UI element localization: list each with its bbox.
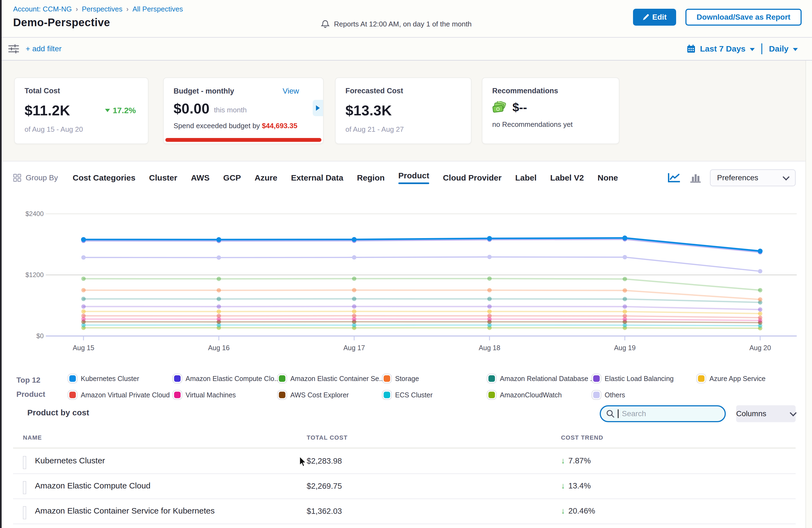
breadcrumb-link-all-perspectives[interactable]: All Perspectives	[132, 5, 183, 13]
group-by-label-wrap: Group By	[13, 174, 58, 182]
tab-aws[interactable]: AWS	[191, 173, 209, 182]
range-divider	[761, 43, 762, 54]
legend-item-azure-app-service[interactable]: Azure App Service	[696, 372, 801, 385]
legend-item-elastic-load-balancing[interactable]: Elastic Load Balancing	[592, 372, 696, 385]
edit-button[interactable]: Edit	[633, 9, 676, 26]
column-header-total-cost[interactable]: TOTAL COST	[307, 434, 348, 441]
arrow-down-icon: ↓	[561, 481, 565, 490]
legend-item-amazoncloudwatch[interactable]: AmazonCloudWatch	[487, 388, 592, 401]
legend-item-label: Amazon Virtual Private Cloud	[81, 391, 170, 399]
filter-bar: + add filter Last 7 Days Daily	[0, 38, 812, 61]
line-chart-icon[interactable]	[667, 172, 681, 183]
tab-gcp[interactable]: GCP	[223, 173, 241, 182]
total-cost-value: $11.2K	[25, 102, 70, 119]
row-product-name: Amazon Elastic Compute Cloud	[35, 481, 150, 490]
legend-item-amazon-elastic-compute-clo[interactable]: Amazon Elastic Compute Clo...	[172, 372, 277, 385]
legend-item-label: AWS Cost Explorer	[290, 391, 349, 399]
breadcrumb-link-account-ccm-ng[interactable]: Account: CCM-NG	[13, 5, 72, 13]
legend-item-ecs-cluster[interactable]: ECS Cluster	[382, 388, 487, 401]
chart-legend: Top 12 Product Kubernetes ClusterAmazon …	[16, 372, 801, 401]
budget-expand-button[interactable]	[313, 100, 323, 116]
tab-cost-categories[interactable]: Cost Categories	[73, 173, 135, 182]
chevron-down-icon	[789, 409, 796, 416]
legend-item-amazon-elastic-container-se[interactable]: Amazon Elastic Container Se...	[277, 372, 382, 385]
table-row-amazon-elastic-container-service-for-kubernetes[interactable]: Amazon Elastic Container Service for Kub…	[13, 499, 796, 524]
money-icon	[492, 101, 507, 114]
main-panel: Group By Cost CategoriesClusterAWSGCPAzu…	[0, 161, 812, 528]
filter-sliders-icon[interactable]	[8, 44, 19, 56]
legend-item-virtual-machines[interactable]: Virtual Machines	[172, 388, 277, 401]
date-range-dropdown[interactable]: Last 7 Days	[700, 44, 746, 54]
tab-none[interactable]: None	[597, 173, 618, 182]
triangle-down-icon	[105, 109, 110, 112]
legend-item-label: Amazon Elastic Compute Clo...	[186, 375, 280, 383]
tab-label-v2[interactable]: Label V2	[550, 173, 584, 182]
chevron-down-icon[interactable]	[750, 48, 755, 51]
legend-item-others[interactable]: Others	[592, 388, 696, 401]
legend-swatch	[69, 375, 76, 382]
breadcrumb-link-perspectives[interactable]: Perspectives	[82, 5, 122, 13]
tab-product[interactable]: Product	[398, 171, 429, 180]
column-header-cost-trend[interactable]: COST TREND	[561, 434, 603, 441]
tab-external-data[interactable]: External Data	[291, 173, 343, 182]
legend-title-line2: Product	[16, 387, 64, 401]
row-total-cost: $1,362.03	[307, 507, 342, 516]
search-input[interactable]: Search	[600, 405, 726, 422]
row-cost-trend: ↓7.87%	[561, 456, 591, 465]
bar-chart-icon[interactable]	[690, 172, 701, 183]
legend-item-kubernetes-cluster[interactable]: Kubernetes Cluster	[68, 372, 172, 385]
forecasted-cost-card: Forecasted Cost $13.3K of Aug 21 - Aug 2…	[335, 77, 472, 144]
budget-view-link[interactable]: View	[283, 87, 299, 96]
tab-region[interactable]: Region	[357, 173, 385, 182]
total-cost-label: Total Cost	[25, 87, 138, 95]
tab-cloud-provider[interactable]: Cloud Provider	[443, 173, 502, 182]
legend-item-label: Others	[605, 391, 625, 399]
tab-azure[interactable]: Azure	[255, 173, 277, 182]
pencil-icon	[642, 14, 649, 20]
table-row-kubernetes-cluster[interactable]: Kubernetes Cluster$2,283.98↓7.87%	[13, 449, 796, 474]
row-total-cost: $2,269.75	[307, 482, 342, 490]
download-save-report-button[interactable]: Download/Save as Report	[685, 9, 802, 26]
tab-label[interactable]: Label	[515, 173, 536, 182]
group-by-row: Group By Cost CategoriesClusterAWSGCPAzu…	[13, 168, 796, 188]
legend-items: Kubernetes ClusterAmazon Elastic Compute…	[68, 372, 801, 401]
cost-trend-chart[interactable]: $2400$1200$0Aug 15Aug 16Aug 17Aug 18Aug …	[13, 197, 799, 359]
time-range-controls: Last 7 Days Daily	[686, 38, 798, 60]
legend-swatch	[174, 375, 180, 382]
total-cost-card: Total Cost $11.2K 17.2% of Aug 15 - Aug …	[14, 77, 148, 144]
summary-cards-band: Total Cost $11.2K 17.2% of Aug 15 - Aug …	[0, 60, 812, 161]
chevron-down-icon[interactable]	[793, 48, 798, 51]
legend-item-amazon-relational-database[interactable]: Amazon Relational Database ...	[487, 372, 592, 385]
column-header-name[interactable]: NAME	[23, 434, 42, 441]
preferences-dropdown[interactable]: Preferences	[710, 170, 796, 186]
legend-swatch	[489, 392, 495, 398]
budget-exceeded-prefix: Spend exceeded budget by	[174, 122, 260, 130]
add-filter-button[interactable]: + add filter	[26, 38, 62, 60]
recommendations-empty-text: no Recommendations yet	[492, 120, 609, 129]
svg-text:$1200: $1200	[25, 271, 44, 278]
arrow-down-icon: ↓	[561, 456, 565, 465]
granularity-dropdown[interactable]: Daily	[769, 44, 788, 54]
legend-item-label: Azure App Service	[709, 375, 766, 383]
legend-item-aws-cost-explorer[interactable]: AWS Cost Explorer	[277, 388, 382, 401]
columns-dropdown[interactable]: Columns	[736, 405, 796, 422]
legend-swatch	[593, 392, 600, 398]
chevron-down-icon	[783, 174, 789, 180]
product-cost-table: NAME TOTAL COST COST TREND Kubernetes Cl…	[13, 431, 796, 524]
tab-cluster[interactable]: Cluster	[149, 173, 177, 182]
calendar-icon	[686, 44, 696, 54]
legend-item-storage[interactable]: Storage	[382, 372, 487, 385]
table-row-amazon-elastic-compute-cloud[interactable]: Amazon Elastic Compute Cloud$2,269.75↓13…	[13, 474, 796, 499]
legend-item-label: Virtual Machines	[186, 391, 236, 399]
legend-item-amazon-virtual-private-cloud[interactable]: Amazon Virtual Private Cloud	[68, 388, 172, 401]
preferences-label: Preferences	[717, 174, 758, 182]
row-swatch	[23, 458, 25, 468]
scrollbar-track[interactable]	[806, 60, 812, 528]
perspective-dashboard: Account: CCM-NG›Perspectives›All Perspec…	[0, 0, 812, 528]
legend-swatch	[174, 392, 180, 398]
chart-type-controls: Preferences	[667, 170, 796, 186]
recommendations-value: $--	[512, 101, 527, 114]
legend-swatch	[383, 375, 390, 382]
budget-exceeded-amount: $44,693.35	[262, 122, 298, 130]
row-cost-trend: ↓13.4%	[561, 481, 591, 490]
